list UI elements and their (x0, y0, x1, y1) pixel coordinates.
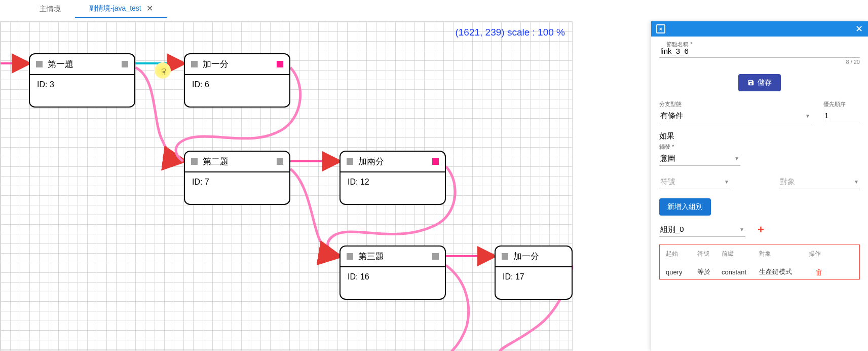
chevron-down-icon: ▼ (734, 156, 739, 161)
td-target: 生產鏈模式 (759, 267, 805, 276)
chevron-down-icon: ▼ (854, 179, 859, 185)
save-button[interactable]: 儲存 (738, 74, 781, 91)
tab-main[interactable]: 主情境 (25, 1, 75, 18)
node-title: 加一分 (513, 251, 539, 262)
node-id: ID: 16 (341, 267, 445, 299)
node-header: 加一分 (185, 54, 289, 75)
save-label: 儲存 (758, 78, 772, 87)
td-prefix: constant (722, 268, 755, 276)
node-id: ID: 12 (341, 172, 445, 204)
th-target: 對象 (759, 250, 805, 258)
node-title: 第二題 (203, 156, 229, 167)
node-id: ID: 17 (496, 267, 572, 299)
node-6[interactable]: 加一分 ID: 6 (184, 53, 290, 108)
tab-main-label: 主情境 (40, 5, 61, 14)
node-id: ID: 3 (30, 75, 134, 107)
stop-icon (191, 158, 198, 165)
node-12[interactable]: 加兩分 ID: 12 (339, 151, 446, 205)
add-group-label: 新增入組別 (667, 202, 703, 210)
th-prefix: 前綴 (722, 250, 755, 258)
trigger-select[interactable]: 觸發 * 意圖▼ (659, 143, 740, 166)
close-icon[interactable]: ✕ (146, 4, 153, 13)
save-icon (747, 79, 754, 86)
flow-canvas[interactable]: (1621, 239) scale : 100 % 第一題 ID: 3 加一分 … (0, 21, 573, 351)
tab-sub-label: 副情境-java_test (89, 4, 141, 13)
side-panel: × ✕ 節點名稱 * 8 / 20 儲存 分支型態 有條件▼ 優先順序 1 如果 (651, 21, 868, 351)
add-icon[interactable]: + (758, 223, 764, 236)
trash-icon[interactable]: 🗑 (809, 268, 829, 276)
chevron-down-icon: ▼ (724, 179, 729, 185)
th-start: 起始 (666, 250, 693, 258)
add-group-button[interactable]: 新增入組別 (659, 198, 711, 216)
trigger-value: 意圖 (660, 154, 675, 163)
td-start: query (666, 268, 693, 276)
th-symbol: 符號 (697, 250, 718, 258)
symbol-placeholder: 符號 (660, 177, 675, 187)
stop-icon (347, 253, 353, 260)
node-17[interactable]: 加一分 ID: 17 (495, 245, 573, 300)
table-header: 起始 符號 前綴 對象 操作 (666, 250, 853, 258)
node-7[interactable]: 第二題 ID: 7 (184, 151, 290, 205)
group-select[interactable]: 組別_0▼ (659, 223, 745, 237)
priority-label: 優先順序 (823, 100, 860, 108)
stop-icon (36, 61, 43, 67)
panel-body: 節點名稱 * 8 / 20 儲存 分支型態 有條件▼ 優先順序 1 如果 觸發 … (651, 37, 868, 351)
close-icon[interactable]: ✕ (855, 23, 863, 34)
cursor-pointer-icon: ☟ (161, 67, 166, 77)
priority-field[interactable]: 優先順序 1 (823, 100, 860, 123)
panel-header: × ✕ (651, 21, 868, 37)
node-id: ID: 6 (185, 75, 289, 107)
group-value: 組別_0 (660, 225, 684, 234)
chevron-down-icon: ▼ (805, 113, 810, 119)
node-title: 加兩分 (358, 156, 384, 167)
node-name-field: 節點名稱 * 8 / 20 (659, 44, 860, 65)
node-title: 第一題 (48, 58, 73, 70)
branch-type-select[interactable]: 分支型態 有條件▼ (659, 100, 811, 123)
branch-type-label: 分支型態 (659, 100, 811, 108)
node-header: 加兩分 (341, 152, 445, 172)
table-row: query 等於 constant 生產鏈模式 🗑 (666, 267, 853, 276)
coords-label: (1621, 239) scale : 100 % (455, 27, 565, 38)
target-placeholder: 對象 (780, 177, 795, 187)
node-16[interactable]: 第三題 ID: 16 (339, 245, 446, 300)
node-id: ID: 7 (185, 172, 289, 204)
chevron-down-icon: ▼ (739, 227, 744, 232)
if-label: 如果 (659, 131, 860, 141)
node-header: 第一題 (30, 54, 134, 75)
branch-type-value: 有條件 (660, 111, 683, 121)
port-icon[interactable] (277, 61, 283, 67)
node-header: 第三題 (341, 247, 445, 267)
node-header: 第二題 (185, 152, 289, 172)
condition-table: 起始 符號 前綴 對象 操作 query 等於 constant 生產鏈模式 🗑 (659, 244, 860, 280)
tab-sub[interactable]: 副情境-java_test ✕ (75, 0, 167, 18)
stop-icon (347, 158, 353, 165)
archive-icon[interactable]: × (656, 24, 665, 33)
node-title: 加一分 (203, 58, 229, 70)
th-action: 操作 (809, 250, 829, 258)
node-title: 第三題 (358, 251, 384, 262)
port-icon[interactable] (432, 253, 439, 260)
priority-value: 1 (824, 111, 828, 120)
trigger-label: 觸發 * (659, 143, 740, 151)
target-select[interactable]: 對象▼ (779, 175, 860, 189)
stop-icon (502, 253, 508, 260)
stop-icon (191, 61, 198, 67)
node-header: 加一分 (496, 247, 572, 267)
symbol-select[interactable]: 符號▼ (659, 175, 730, 189)
char-counter: 8 / 20 (659, 59, 860, 65)
node-3[interactable]: 第一題 ID: 3 (29, 53, 135, 108)
tab-bar: 主情境 副情境-java_test ✕ (0, 0, 868, 18)
port-icon[interactable] (122, 61, 128, 67)
node-name-label: 節點名稱 * (664, 41, 694, 48)
port-icon[interactable] (277, 158, 283, 165)
port-icon[interactable] (432, 158, 439, 165)
cursor-highlight: ☟ (155, 62, 171, 79)
td-symbol: 等於 (697, 267, 718, 276)
